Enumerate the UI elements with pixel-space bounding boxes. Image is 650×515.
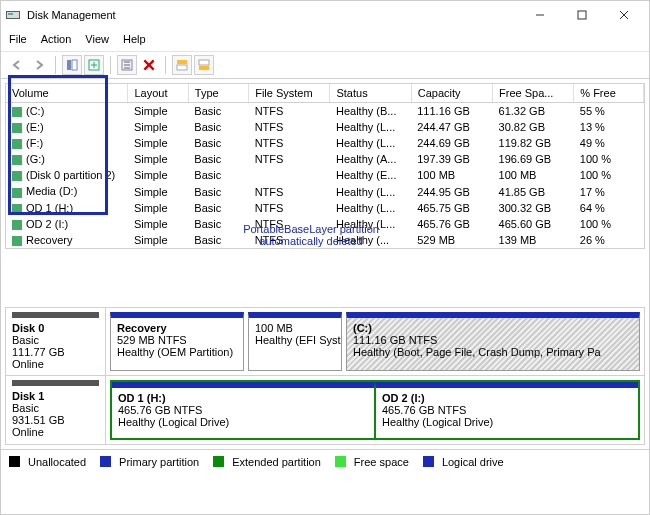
legend-swatch (9, 456, 20, 467)
legend-label: Primary partition (119, 456, 199, 468)
cell: Simple (128, 135, 188, 151)
cell: Basic (188, 183, 248, 199)
cell: (F:) (6, 135, 128, 151)
cell: (C:) (6, 103, 128, 120)
partition-size: 111.16 GB NTFS (353, 334, 633, 346)
disk-row: Disk 1 Basic 931.51 GB OnlineOD 1 (H:) 4… (6, 376, 644, 444)
partition-status: Healthy (EFI Syste (255, 334, 335, 346)
window-title: Disk Management (27, 9, 519, 21)
forward-icon[interactable] (29, 55, 49, 75)
svg-rect-8 (72, 60, 77, 70)
delete-icon[interactable] (139, 55, 159, 75)
disk-status: Online (12, 426, 99, 438)
cell: Healthy (L... (330, 183, 411, 199)
column-header[interactable]: Status (330, 84, 411, 103)
menubar: File Action View Help (1, 29, 649, 52)
cell: 100 MB (411, 167, 492, 183)
legend-swatch (213, 456, 224, 467)
cell: 100 % (574, 151, 644, 167)
svg-rect-2 (8, 13, 13, 15)
cell: Healthy (A... (330, 151, 411, 167)
cell: Healthy (B... (330, 103, 411, 120)
cell: 300.32 GB (493, 200, 574, 216)
cell: 244.47 GB (411, 119, 492, 135)
cell: Simple (128, 151, 188, 167)
disk-size: 111.77 GB (12, 346, 99, 358)
cell: 244.95 GB (411, 183, 492, 199)
cell: NTFS (249, 200, 330, 216)
svg-rect-18 (199, 60, 209, 65)
cell: OD 1 (H:) (6, 200, 128, 216)
table-row[interactable]: (C:)SimpleBasicNTFSHealthy (B...111.16 G… (6, 103, 644, 120)
legend-label: Free space (354, 456, 409, 468)
partition-box[interactable]: (C:) 111.16 GB NTFS Healthy (Boot, Page … (346, 312, 640, 371)
table-row[interactable]: OD 1 (H:)SimpleBasicNTFSHealthy (L...465… (6, 200, 644, 216)
cell: 139 MB (493, 232, 574, 248)
column-header[interactable]: Free Spa... (493, 84, 574, 103)
column-header[interactable]: Layout (128, 84, 188, 103)
close-button[interactable] (603, 3, 645, 27)
cell: 55 % (574, 103, 644, 120)
column-header[interactable]: % Free (574, 84, 644, 103)
cell (249, 167, 330, 183)
cell: Basic (188, 200, 248, 216)
disk-header[interactable]: Disk 0 Basic 111.77 GB Online (6, 308, 106, 375)
cell: Recovery (6, 232, 128, 248)
cell: Basic (188, 232, 248, 248)
cell: Healthy (L... (330, 216, 411, 232)
view-top-icon[interactable] (172, 55, 192, 75)
svg-rect-19 (199, 66, 209, 70)
partition-size: 465.76 GB NTFS (382, 404, 632, 416)
cell: (Disk 0 partition 2) (6, 167, 128, 183)
svg-rect-4 (578, 11, 586, 19)
column-header[interactable]: Capacity (411, 84, 492, 103)
cell: 100 MB (493, 167, 574, 183)
settings-icon[interactable] (117, 55, 137, 75)
legend-swatch (423, 456, 434, 467)
disk-size: 931.51 GB (12, 414, 99, 426)
cell: (E:) (6, 119, 128, 135)
partition-box[interactable]: Recovery 529 MB NTFS Healthy (OEM Partit… (110, 312, 244, 371)
legend-swatch (100, 456, 111, 467)
table-row[interactable]: (F:)SimpleBasicNTFSHealthy (L...244.69 G… (6, 135, 644, 151)
partition-box[interactable]: 100 MB Healthy (EFI Syste (248, 312, 342, 371)
column-header[interactable]: Type (188, 84, 248, 103)
view-bottom-icon[interactable] (194, 55, 214, 75)
table-row[interactable]: (E:)SimpleBasicNTFSHealthy (L...244.47 G… (6, 119, 644, 135)
table-row[interactable]: (G:)SimpleBasicNTFSHealthy (A...197.39 G… (6, 151, 644, 167)
menu-help[interactable]: Help (123, 33, 146, 45)
titlebar: Disk Management (1, 1, 649, 29)
menu-view[interactable]: View (85, 33, 109, 45)
minimize-button[interactable] (519, 3, 561, 27)
cell: OD 2 (I:) (6, 216, 128, 232)
column-header[interactable]: Volume (6, 84, 128, 103)
disk-header[interactable]: Disk 1 Basic 931.51 GB Online (6, 376, 106, 444)
table-row[interactable]: (Disk 0 partition 2)SimpleBasicHealthy (… (6, 167, 644, 183)
maximize-button[interactable] (561, 3, 603, 27)
table-row[interactable]: RecoverySimpleBasicNTFSHealthy (...529 M… (6, 232, 644, 248)
partition-name: OD 1 (H:) (118, 392, 368, 404)
toolbar-separator (110, 56, 111, 74)
table-row[interactable]: Media (D:)SimpleBasicNTFSHealthy (L...24… (6, 183, 644, 199)
partition-box[interactable]: OD 2 (I:) 465.76 GB NTFS Healthy (Logica… (375, 382, 638, 438)
partition-box[interactable]: OD 1 (H:) 465.76 GB NTFS Healthy (Logica… (112, 382, 375, 438)
cell: Simple (128, 183, 188, 199)
cell: Healthy (L... (330, 200, 411, 216)
menu-action[interactable]: Action (41, 33, 72, 45)
back-icon[interactable] (7, 55, 27, 75)
show-hide-icon[interactable] (62, 55, 82, 75)
partition-size: 100 MB (255, 322, 335, 334)
cell: 529 MB (411, 232, 492, 248)
legend-swatch (335, 456, 346, 467)
cell: 196.69 GB (493, 151, 574, 167)
cell: 13 % (574, 119, 644, 135)
disk-map: Disk 0 Basic 111.77 GB OnlineRecovery 52… (5, 307, 645, 445)
column-header[interactable]: File System (249, 84, 330, 103)
partition-name: (C:) (353, 322, 633, 334)
cell: NTFS (249, 216, 330, 232)
refresh-icon[interactable] (84, 55, 104, 75)
table-row[interactable]: OD 2 (I:)SimpleBasicNTFSHealthy (L...465… (6, 216, 644, 232)
volume-list[interactable]: VolumeLayoutTypeFile SystemStatusCapacit… (5, 83, 645, 249)
menu-file[interactable]: File (9, 33, 27, 45)
cell: Basic (188, 103, 248, 120)
